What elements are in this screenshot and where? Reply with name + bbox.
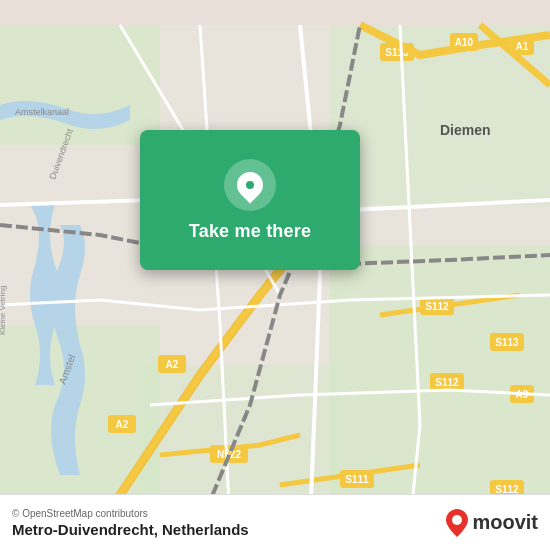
svg-text:S112: S112 <box>435 377 459 388</box>
svg-text:A10: A10 <box>455 37 474 48</box>
svg-text:S111: S111 <box>345 474 369 485</box>
map-container: A2 A2 N522 S111 S112 S112 S113 S113 S112… <box>0 0 550 550</box>
svg-text:Amstelkanaal: Amstelkanaal <box>15 107 69 117</box>
bottom-bar: © OpenStreetMap contributors Metro-Duive… <box>0 494 550 550</box>
copyright-text: © OpenStreetMap contributors <box>12 508 249 519</box>
moovit-text: moovit <box>472 511 538 534</box>
svg-text:A2: A2 <box>116 419 129 430</box>
bottom-left-info: © OpenStreetMap contributors Metro-Duive… <box>12 508 249 538</box>
svg-text:S112: S112 <box>425 301 449 312</box>
svg-text:Kleine Vetring: Kleine Vetring <box>0 286 7 335</box>
location-name: Metro-Duivendrecht, Netherlands <box>12 521 249 538</box>
take-me-there-button[interactable]: Take me there <box>189 221 311 242</box>
location-pin-icon <box>224 159 276 211</box>
svg-text:S113: S113 <box>495 337 519 348</box>
svg-text:A2: A2 <box>166 359 179 370</box>
map-background: A2 A2 N522 S111 S112 S112 S113 S113 S112… <box>0 0 550 550</box>
moovit-logo[interactable]: moovit <box>446 509 538 537</box>
svg-text:A1: A1 <box>516 41 529 52</box>
action-card[interactable]: Take me there <box>140 130 360 270</box>
moovit-pin-icon <box>446 509 468 537</box>
svg-point-35 <box>452 515 462 525</box>
svg-text:Diemen: Diemen <box>440 122 491 138</box>
